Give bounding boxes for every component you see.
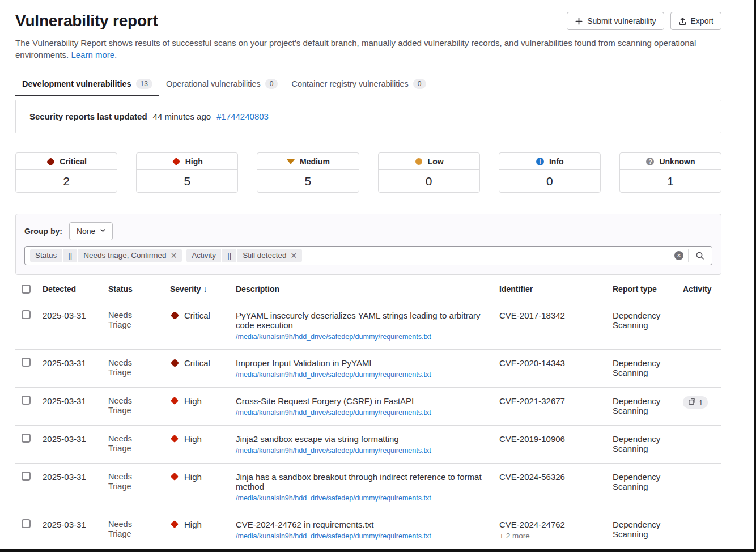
tab[interactable]: Development vulnerabilities 13 [15, 72, 159, 96]
filtered-search-bar[interactable]: Status || Needs triage, Confirmed ✕ Acti… [24, 246, 712, 265]
tab-label: Container registry vulnerabilities [291, 79, 408, 88]
tab-count-badge: 0 [413, 79, 426, 89]
status-cell: Needs Triage [108, 388, 170, 425]
vulnerability-link[interactable]: Jinja has a sandbox breakout through ind… [236, 472, 495, 491]
severity-icon [172, 157, 181, 166]
identifier-cell: CVE-2021-32677 [499, 388, 613, 425]
tab-count-badge: 13 [136, 79, 152, 89]
row-select-cell [15, 350, 43, 387]
vulnerability-link[interactable]: CVE-2024-24762 in requirements.txt [236, 520, 495, 529]
group-by-row: Group by: None [24, 222, 712, 240]
export-button[interactable]: Export [670, 12, 721, 30]
vulnerability-row[interactable]: 2025-03-31 Needs Triage Critical Imprope… [15, 350, 721, 388]
row-select-cell [15, 511, 43, 549]
filter-token[interactable]: Activity || Still detected ✕ [186, 249, 302, 262]
vulnerability-link[interactable]: Cross-Site Request Forgery (CSRF) in Fas… [236, 396, 495, 406]
location-link[interactable]: /media/kunalsin9h/hdd_drive/safedep/dumm… [236, 371, 495, 379]
row-checkbox[interactable] [22, 358, 31, 367]
description-cell: Jinja has a sandbox breakout through ind… [236, 464, 499, 511]
column-header-report-type: Report type [613, 277, 683, 302]
severity-text: High [184, 396, 202, 406]
severity-icon [170, 311, 179, 320]
severity-icon [286, 157, 295, 166]
report-type-text: Dependency Scanning [613, 302, 683, 349]
severity-icon [46, 157, 55, 166]
row-checkbox[interactable] [22, 310, 31, 319]
row-checkbox[interactable] [22, 472, 31, 481]
vulnerability-row[interactable]: 2025-03-31 Needs Triage High Jinja2 sand… [15, 426, 721, 464]
severity-icon [170, 434, 179, 443]
group-by-dropdown[interactable]: None [69, 222, 113, 240]
issues-icon [688, 397, 696, 407]
severity-count: 5 [137, 170, 237, 192]
remove-token-icon[interactable]: ✕ [171, 252, 177, 260]
issues-badge[interactable]: 1 [683, 396, 708, 409]
select-all-checkbox[interactable] [22, 285, 31, 294]
location-link[interactable]: /media/kunalsin9h/hdd_drive/safedep/dumm… [236, 532, 495, 540]
filter-tokens: Status || Needs triage, Confirmed ✕ Acti… [30, 249, 302, 262]
severity-card: Medium 5 [257, 152, 359, 193]
select-all-cell [15, 277, 43, 302]
column-header-description: Description [236, 277, 499, 302]
search-icon[interactable] [693, 250, 707, 261]
identifier-text: CVE-2017-18342 [499, 311, 608, 320]
report-status-box: Security reports last updated 44 minutes… [15, 100, 721, 133]
detected-date: 2025-03-31 [43, 302, 108, 349]
report-type-text: Dependency Scanning [613, 464, 683, 511]
severity-card-header: Medium [257, 153, 358, 170]
header-actions: Submit vulnerability Export [567, 12, 721, 30]
vulnerability-link[interactable]: Improper Input Validation in PyYAML [236, 358, 495, 368]
submit-vulnerability-button[interactable]: Submit vulnerability [567, 12, 664, 30]
last-updated-label: Security reports last updated [29, 112, 147, 121]
search-input[interactable] [307, 251, 670, 260]
severity-count: 1 [620, 170, 721, 192]
tab[interactable]: Container registry vulnerabilities 0 [284, 72, 432, 96]
vulnerability-link[interactable]: PyYAML insecurely deserializes YAML stri… [236, 311, 495, 330]
activity-cell [683, 350, 721, 387]
vulnerability-row[interactable]: 2025-03-31 Needs Triage High Cross-Site … [15, 388, 721, 426]
column-header-activity: Activity [683, 277, 721, 302]
clear-search-icon[interactable] [674, 251, 683, 260]
location-link[interactable]: /media/kunalsin9h/hdd_drive/safedep/dumm… [236, 494, 495, 502]
vulnerability-row[interactable]: 2025-03-31 Needs Triage High Jinja has a… [15, 464, 721, 511]
learn-more-link[interactable]: Learn more. [71, 50, 117, 60]
severity-cell: Critical [170, 302, 236, 349]
severity-icon [414, 157, 423, 166]
identifier-text: CVE-2019-10906 [499, 434, 608, 444]
row-checkbox[interactable] [22, 396, 31, 405]
vulnerability-row[interactable]: 2025-03-31 Needs Triage Critical PyYAML … [15, 302, 721, 350]
detected-date: 2025-03-31 [43, 350, 108, 387]
severity-icon [536, 157, 545, 166]
row-select-cell [15, 388, 43, 425]
page-description: The Vulnerability Report shows results o… [15, 37, 707, 61]
row-checkbox[interactable] [22, 434, 31, 443]
row-checkbox[interactable] [22, 519, 31, 528]
group-by-label: Group by: [24, 227, 62, 236]
severity-count: 0 [499, 170, 600, 192]
severity-cell: High [170, 426, 236, 463]
severity-text: Critical [184, 311, 210, 320]
report-type-text: Dependency Scanning [613, 426, 683, 463]
filter-token[interactable]: Status || Needs triage, Confirmed ✕ [30, 249, 182, 262]
identifier-text: CVE-2024-56326 [499, 472, 608, 482]
location-link[interactable]: /media/kunalsin9h/hdd_drive/safedep/dumm… [236, 333, 495, 341]
severity-icon [170, 520, 179, 529]
tab[interactable]: Operational vulnerabilities 0 [159, 72, 285, 96]
column-header-severity[interactable]: Severity↓ [170, 277, 236, 302]
detected-date: 2025-03-31 [43, 511, 108, 549]
vulnerability-link[interactable]: Jinja2 sandbox escape via string formatt… [236, 434, 495, 444]
status-cell: Needs Triage [108, 426, 170, 463]
status-text: Needs Triage [108, 358, 145, 377]
severity-card-header: Info [499, 153, 600, 170]
severity-card-header: Low [379, 153, 479, 170]
severity-count: 5 [257, 170, 358, 192]
location-link[interactable]: /media/kunalsin9h/hdd_drive/safedep/dumm… [236, 409, 495, 417]
vulnerability-row[interactable]: 2025-03-31 Needs Triage High CVE-2024-24… [15, 511, 721, 549]
remove-token-icon[interactable]: ✕ [290, 252, 297, 260]
page-header: Vulnerability report Submit vulnerabilit… [15, 10, 721, 32]
location-link[interactable]: /media/kunalsin9h/hdd_drive/safedep/dumm… [236, 447, 495, 455]
severity-cell: High [170, 464, 236, 511]
severity-summary: Critical 2 High 5 Medium [15, 152, 721, 193]
pipeline-link[interactable]: #1744240803 [216, 112, 269, 121]
status-text: Needs Triage [108, 520, 145, 539]
